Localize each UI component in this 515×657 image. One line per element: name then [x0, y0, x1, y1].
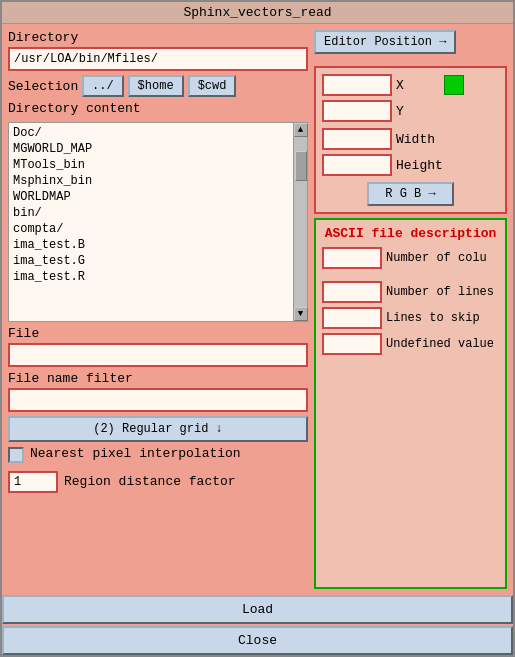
selection-label: Selection: [8, 79, 78, 94]
undef-row: Undefined value: [322, 333, 499, 355]
num-cols-input[interactable]: [322, 247, 382, 269]
right-panel: Editor Position → X Y: [314, 30, 507, 589]
dir-content-label: Directory content: [8, 101, 308, 116]
file-filter-section: File name filter: [8, 371, 308, 412]
list-item[interactable]: ima_test.B: [13, 237, 289, 253]
list-item[interactable]: WORLDMAP: [13, 189, 289, 205]
main-content: Directory Selection ../ $home $cwd Direc…: [2, 24, 513, 595]
editor-position-button[interactable]: Editor Position →: [314, 30, 456, 54]
ascii-box: ASCII file description Number of colu Nu…: [314, 218, 507, 589]
lines-skip-label: Lines to skip: [386, 311, 480, 325]
directory-section: Directory: [8, 30, 308, 71]
file-section: File: [8, 326, 308, 367]
file-filter-input[interactable]: [8, 388, 308, 412]
x-label: X: [396, 78, 436, 93]
num-lines-row: Number of lines: [322, 281, 499, 303]
list-item[interactable]: compta/: [13, 221, 289, 237]
region-row: Region distance factor: [8, 471, 308, 493]
lines-skip-row: Lines to skip: [322, 307, 499, 329]
directory-label: Directory: [8, 30, 308, 45]
file-input[interactable]: [8, 343, 308, 367]
num-lines-label: Number of lines: [386, 285, 494, 299]
scroll-up-arrow[interactable]: ▲: [294, 123, 308, 137]
list-item[interactable]: bin/: [13, 205, 289, 221]
width-label: Width: [396, 132, 436, 147]
file-filter-label: File name filter: [8, 371, 308, 386]
interpolation-row: Nearest pixel interpolation: [8, 446, 308, 463]
window-title: Sphinx_vectors_read: [183, 5, 331, 20]
editor-pos-header: Editor Position →: [314, 30, 507, 54]
rgb-row: R G B →: [322, 182, 499, 206]
width-row: Width: [322, 128, 499, 150]
y-input[interactable]: [322, 100, 392, 122]
y-label: Y: [396, 104, 436, 119]
list-item[interactable]: ima_test.R: [13, 269, 289, 285]
close-button[interactable]: Close: [2, 626, 513, 655]
interpolation-checkbox[interactable]: [8, 447, 24, 463]
dir-list[interactable]: Doc/ MGWORLD_MAP MTools_bin Msphinx_bin …: [9, 123, 293, 321]
height-input[interactable]: [322, 154, 392, 176]
region-label: Region distance factor: [64, 474, 236, 489]
scrollbar-vertical[interactable]: ▲ ▼: [293, 123, 307, 321]
left-panel: Directory Selection ../ $home $cwd Direc…: [8, 30, 308, 589]
main-window: Sphinx_vectors_read Directory Selection …: [0, 0, 515, 657]
selection-row: Selection ../ $home $cwd: [8, 75, 308, 97]
list-item[interactable]: Doc/: [13, 125, 289, 141]
ascii-title: ASCII file description: [322, 226, 499, 241]
directory-input[interactable]: [8, 47, 308, 71]
num-cols-label: Number of colu: [386, 251, 487, 265]
y-row: Y: [322, 100, 499, 122]
height-row: Height: [322, 154, 499, 176]
dir-list-outer: Doc/ MGWORLD_MAP MTools_bin Msphinx_bin …: [8, 122, 308, 322]
load-button[interactable]: Load: [2, 595, 513, 624]
x-input[interactable]: [322, 74, 392, 96]
list-item[interactable]: ima_test.G: [13, 253, 289, 269]
scroll-down-arrow[interactable]: ▼: [294, 307, 308, 321]
file-label: File: [8, 326, 308, 341]
undef-label: Undefined value: [386, 337, 494, 351]
btn-home[interactable]: $home: [128, 75, 184, 97]
title-bar: Sphinx_vectors_read: [2, 2, 513, 24]
num-cols-row: Number of colu: [322, 247, 499, 269]
list-item[interactable]: MGWORLD_MAP: [13, 141, 289, 157]
scroll-thumb[interactable]: [295, 151, 307, 181]
height-label: Height: [396, 158, 436, 173]
footer: Load Close: [2, 595, 513, 655]
rgb-button[interactable]: R G B →: [367, 182, 453, 206]
undef-input[interactable]: [322, 333, 382, 355]
grid-button[interactable]: (2) Regular grid ↓: [8, 416, 308, 442]
interpolation-label: Nearest pixel interpolation: [30, 446, 241, 461]
width-input[interactable]: [322, 128, 392, 150]
btn-up[interactable]: ../: [82, 75, 124, 97]
color-indicator: [444, 75, 464, 95]
editor-position-box: X Y Width Height: [314, 66, 507, 214]
list-item[interactable]: MTools_bin: [13, 157, 289, 173]
region-input[interactable]: [8, 471, 58, 493]
lines-skip-input[interactable]: [322, 307, 382, 329]
list-item[interactable]: Msphinx_bin: [13, 173, 289, 189]
btn-cwd[interactable]: $cwd: [188, 75, 237, 97]
num-lines-input[interactable]: [322, 281, 382, 303]
x-row: X: [322, 74, 499, 96]
